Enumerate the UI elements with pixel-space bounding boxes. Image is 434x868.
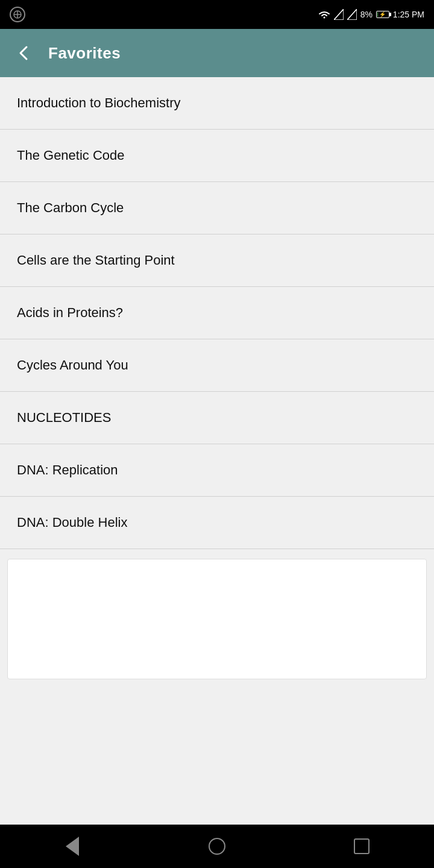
battery-percent: 8% — [360, 10, 373, 19]
back-triangle-icon — [66, 837, 79, 856]
svg-marker-3 — [334, 9, 344, 20]
recents-square-icon — [354, 838, 370, 854]
wifi-icon — [318, 10, 330, 19]
battery-icon: ⚡ — [376, 11, 389, 18]
list-item[interactable]: NUCLEOTIDES — [0, 392, 434, 444]
list-item-label: Cells are the Starting Point — [17, 253, 175, 268]
nav-bar — [0, 825, 434, 868]
list-item[interactable]: The Genetic Code — [0, 130, 434, 182]
nav-home-button[interactable] — [193, 828, 241, 864]
list-item-label: Acids in Proteins? — [17, 305, 123, 320]
list-item-label: NUCLEOTIDES — [17, 410, 111, 425]
app-bar: Favorites — [0, 29, 434, 77]
signal-icon-1 — [334, 9, 344, 20]
status-left-icons — [10, 7, 25, 22]
back-button[interactable] — [12, 41, 36, 65]
list-item-label: Introduction to Biochemistry — [17, 95, 180, 110]
svg-marker-4 — [347, 9, 357, 20]
list-item-label: DNA: Double Helix — [17, 515, 127, 530]
nav-back-button[interactable] — [48, 828, 96, 864]
list-item[interactable]: DNA: Double Helix — [0, 497, 434, 549]
list-item[interactable]: Acids in Proteins? — [0, 287, 434, 339]
status-right-icons: 8% ⚡ 1:25 PM — [318, 9, 424, 20]
home-circle-icon — [209, 838, 225, 855]
list-item[interactable]: Introduction to Biochemistry — [0, 77, 434, 130]
nav-recents-button[interactable] — [338, 828, 386, 864]
status-time: 1:25 PM — [393, 10, 424, 19]
list-item-label: The Carbon Cycle — [17, 200, 124, 215]
app-icon — [10, 7, 25, 22]
favorites-list: Introduction to BiochemistryThe Genetic … — [0, 77, 434, 825]
ad-banner — [7, 559, 427, 679]
list-item[interactable]: The Carbon Cycle — [0, 182, 434, 234]
status-bar: 8% ⚡ 1:25 PM — [0, 0, 434, 29]
page-title: Favorites — [48, 44, 121, 63]
list-item[interactable]: DNA: Replication — [0, 444, 434, 497]
list-item[interactable]: Cells are the Starting Point — [0, 234, 434, 287]
list-item-label: Cycles Around You — [17, 357, 128, 373]
list-item-label: The Genetic Code — [17, 148, 125, 163]
signal-icon-2 — [347, 9, 357, 20]
list-item[interactable]: Cycles Around You — [0, 339, 434, 392]
list-item-label: DNA: Replication — [17, 462, 118, 477]
